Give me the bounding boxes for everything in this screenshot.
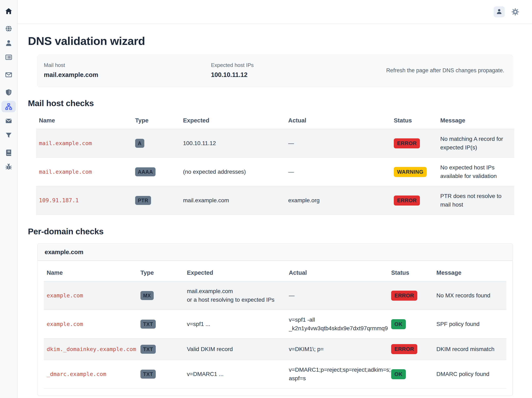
user-icon [496,8,502,15]
sidebar-item-debug[interactable] [1,161,16,173]
filter-icon [5,131,13,139]
sidebar-item-logs[interactable] [1,147,16,158]
per-domain-checks-table: Name Type Expected Actual Status Message… [44,266,506,389]
domain-card-body: Name Type Expected Actual Status Message… [38,261,513,396]
record-name: example.com [47,292,83,299]
table-header-row: Name Type Expected Actual Status Message [36,113,514,129]
bug-icon [5,163,13,171]
message: DMARC policy found [437,371,489,377]
shield-icon [5,89,13,96]
mail-host-value: mail.example.com [44,71,211,79]
actual-value: — [288,168,385,176]
status-badge: ERROR [394,196,420,206]
expected-value: mail.example.com [187,287,280,295]
expected-value: v=DMARC1 ... [187,370,280,378]
mail-filled-icon [5,117,13,125]
book-icon [5,149,13,157]
home-icon [5,7,13,15]
actual-value-line2: _k2n1y4vw3qtb4skdx9e7dxt97qrmmq9 [289,324,383,333]
refresh-note: Refresh the page after DNS changes propa… [386,67,504,74]
table-header-row: Name Type Expected Actual Status Message [44,266,506,281]
record-type-badge: A [135,139,144,148]
expected-value: 100.10.11.12 [183,139,280,148]
column-header-message: Message [434,266,506,281]
table-row: example.com MX mail.example.comor a host… [44,281,506,310]
globe-icon [5,25,13,33]
table-row: dkim._domainkey.example.com TXT Valid DK… [44,338,506,360]
message: No expected host IPs available for valid… [440,164,497,179]
per-domain-checks-title: Per-domain checks [28,227,514,236]
message: PTR does not resolve to mail host [440,193,501,208]
domain-card: example.com Name Type Expected Actual St… [37,243,513,396]
column-header-status: Status [391,113,437,129]
status-badge: WARNING [394,167,427,177]
actual-value: v=DMARC1;p=reject;sp=reject;adkim=s; [289,365,383,374]
gear-icon [511,13,519,17]
column-header-name: Name [36,113,132,129]
mail-host-checks-title: Mail host checks [28,98,514,108]
expected-value: (no expected addresses) [183,168,280,176]
status-badge: ERROR [391,291,417,301]
message: SPF policy found [437,321,480,327]
sidebar-item-security[interactable] [1,86,16,98]
expected-value: Valid DKIM record [187,345,280,353]
settings-button[interactable] [511,8,519,16]
record-type-badge: PTR [135,196,151,205]
sidebar-item-queue[interactable] [1,115,16,127]
record-type-badge: TXT [140,370,156,378]
record-name: dkim._domainkey.example.com [47,346,136,352]
table-row: example.com TXT v=spf1 ... v=spf1 -all_k… [44,310,506,338]
column-header-actual: Actual [286,266,388,281]
record-name: mail.example.com [39,140,92,146]
sidebar-item-mailboxes[interactable] [1,69,16,80]
actual-value: — [288,139,385,148]
expected-ips-summary: Expected host IPs 100.10.11.12 [211,62,386,79]
record-type-badge: MX [140,291,154,300]
sidebar-item-domains[interactable] [1,23,16,34]
sidebar [0,0,18,398]
column-header-type: Type [132,113,180,129]
column-header-type: Type [138,266,184,281]
user-icon [5,39,13,47]
record-name: 109.91.187.1 [39,197,79,203]
actual-value-line2: aspf=s [289,374,383,383]
expected-value: v=spf1 ... [187,320,280,328]
domain-card-header: example.com [38,244,513,261]
actual-value: — [289,291,383,300]
record-type-badge: AAAA [135,167,156,176]
expected-value: mail.example.com [183,196,280,205]
status-badge: ERROR [394,138,420,148]
sidebar-item-accounts[interactable] [1,37,16,49]
actual-value: example.org [288,196,385,205]
sidebar-item-home[interactable] [1,5,16,17]
column-header-expected: Expected [184,266,286,281]
status-badge: OK [391,369,406,379]
mail-host-label: Mail host [44,62,211,69]
table-row: 109.91.187.1 PTR mail.example.com exampl… [36,186,514,215]
table-row: mail.example.com A 100.10.11.12 — ERROR … [36,129,514,157]
column-header-status: Status [388,266,434,281]
message: No MX records found [437,292,490,299]
actual-value: v=DKIM1\; p= [289,345,383,353]
network-icon [5,103,13,111]
actual-value: v=spf1 -all [289,316,383,324]
record-name: mail.example.com [39,169,92,175]
record-type-badge: TXT [140,320,156,329]
table-row: mail.example.com AAAA (no expected addre… [36,157,514,186]
mail-host-summary: Mail host mail.example.com [44,62,211,79]
sidebar-item-dns-wizard[interactable] [1,101,16,112]
sidebar-item-aliases[interactable] [1,52,16,63]
status-badge: OK [391,319,406,329]
expected-ips-label: Expected host IPs [211,62,386,69]
status-badge: ERROR [391,344,417,354]
mail-outline-icon [5,71,13,78]
topbar [18,0,532,24]
record-name: example.com [47,321,83,327]
page-title: DNS validation wizard [28,34,514,48]
summary-card: Mail host mail.example.com Expected host… [37,55,513,87]
table-row: _dmarc.example.com TXT v=DMARC1 ... v=DM… [44,360,506,388]
expected-value-line2: or a host resolving to expected IPs [187,295,280,304]
column-header-actual: Actual [285,113,391,129]
account-button[interactable] [494,6,505,17]
sidebar-item-filters[interactable] [1,129,16,141]
